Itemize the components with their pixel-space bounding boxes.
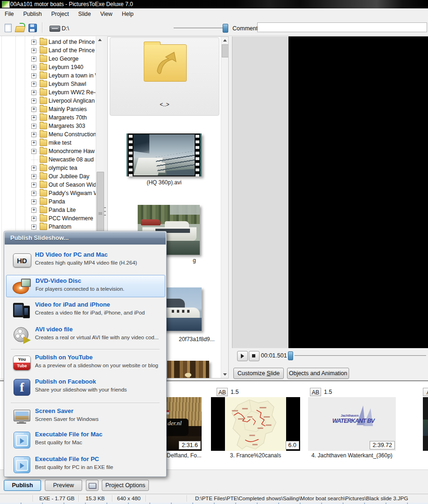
folder-icon [40,156,47,163]
transition-ab-button[interactable]: AB [217,388,228,396]
menu-help[interactable]: Help [117,8,138,20]
transition-ab-button[interactable]: AB [310,388,321,396]
customize-slide-button[interactable]: Customize Slide [233,368,284,379]
tree-item[interactable]: +Margarets 70th [0,113,95,122]
files-scroll-down-button[interactable] [222,371,228,378]
video-file-thumbnail[interactable] [126,133,202,176]
tree-item[interactable]: +Land of the Prince I [0,38,95,46]
expand-plus-icon[interactable]: + [31,65,36,70]
publish-option-desc: Creates a real or virtual AVI file with … [35,335,159,340]
tree-item[interactable]: +Land of the Prince I [0,46,95,55]
menu-separator [11,403,160,403]
tree-item[interactable]: +Leo George [0,55,95,63]
comment-input[interactable] [257,22,427,32]
seek-slider-track[interactable] [295,355,426,356]
parent-folder-item[interactable]: <..> [110,37,219,116]
drive-icon[interactable] [49,26,60,32]
publish-option-dvd[interactable]: DVD-Video DiscFor players connected to a… [6,275,165,297]
menu-slide[interactable]: Slide [74,8,96,20]
slide-thumbnail[interactable]: Jachthaven WATERKANT BV 2:39.72 [308,397,396,451]
tree-item[interactable]: +PCC Windermere [0,214,95,223]
file-panel-scrollbar[interactable] [221,37,229,378]
tree-item[interactable]: +Phantom [0,223,95,231]
tree-item[interactable]: +Panda Lite [0,206,95,214]
size-slider-track[interactable] [174,28,226,28]
play-button[interactable] [237,351,248,361]
files-scroll-up-button[interactable] [222,37,228,44]
tree-item[interactable]: +Menu Construction [0,130,95,139]
fullscreen-preview-button[interactable] [86,480,98,491]
open-project-icon[interactable] [15,26,26,32]
expand-plus-icon[interactable]: + [31,166,36,171]
files-scrollbar-thumb[interactable] [222,44,229,57]
publish-option-facebook[interactable]: fPublish on FacebookShare your slideshow… [6,376,165,399]
expand-plus-icon[interactable]: + [31,224,36,230]
toolbar: D:\ Comment [0,20,428,36]
transition-ab-button[interactable]: A [423,388,428,396]
title-bar[interactable]: 00Aa101 motor boats - PicturesToExe Delu… [0,0,428,8]
expand-plus-icon[interactable]: + [31,140,36,146]
tree-item[interactable]: +Out of Season Wide [0,181,95,189]
menu-view[interactable]: View [96,8,117,20]
publish-option-youtube[interactable]: YouTubePublish on YouTubeAs a preview of… [6,352,165,374]
publish-option-avi[interactable]: AVI video fileCreates a real or virtual … [6,324,165,346]
tree-item[interactable]: +mike test [0,139,95,147]
tree-item[interactable]: +Leyburn a town in W [0,71,95,80]
expand-plus-icon[interactable]: + [31,191,36,196]
expand-plus-icon[interactable]: + [31,107,36,112]
expand-plus-icon[interactable]: + [31,40,36,45]
expand-plus-icon[interactable]: + [31,56,36,62]
menu-publish[interactable]: Publish [19,8,47,20]
expand-plus-icon[interactable]: + [31,124,36,129]
expand-plus-icon[interactable]: + [31,132,36,137]
expand-plus-icon[interactable]: + [31,216,36,221]
expand-plus-icon[interactable]: + [31,98,36,104]
expand-plus-icon[interactable]: + [31,149,36,154]
publish-option-exe-pc[interactable]: Executable File for PCBest quality for P… [6,454,165,476]
project-options-button[interactable]: Project Options [102,480,149,491]
tree-item[interactable]: +Leyburn Shawl [0,80,95,88]
menu-project[interactable]: Project [47,8,74,20]
publish-option-exe-mac[interactable]: Executable File for MacBest quality for … [6,429,165,451]
tree-item[interactable]: +Panda [0,197,95,206]
publish-option-hd[interactable]: HDHD Video for PC and MacCreates high qu… [6,249,165,272]
folder-icon [40,81,47,87]
tree-item[interactable]: +Paddy's Wigwam W [0,189,95,197]
save-icon[interactable] [28,24,37,32]
tree-scroll-up-button[interactable] [97,36,103,43]
expand-plus-icon[interactable]: + [31,199,36,204]
menu-file[interactable]: File [0,8,19,20]
tree-item[interactable]: +olympic tea [0,164,95,172]
tree-item[interactable]: +Margarets 303 [0,122,95,130]
preview-button[interactable]: Preview [45,480,82,491]
slide-thumbnail[interactable]: 6.0 [211,397,300,451]
stop-button[interactable] [249,351,260,361]
publish-button[interactable]: Publish [4,480,41,491]
publish-option-ipad[interactable]: Video for iPad and iPhoneCreates a video… [6,299,165,322]
expand-plus-icon[interactable]: + [31,73,36,78]
drive-label[interactable]: D:\ [62,25,69,32]
tree-item[interactable]: +Leyburn 1940 [0,63,95,71]
publish-option-screensaver[interactable]: Screen SaverScreen Saver for Windows [6,406,165,428]
seek-slider-thumb[interactable] [288,351,293,360]
expand-plus-icon[interactable]: + [31,208,36,213]
expand-plus-icon[interactable]: + [31,115,36,120]
panel-splitter[interactable] [104,207,106,218]
tree-item[interactable]: Newcastle 08 aud [0,155,95,164]
new-project-icon[interactable] [5,24,12,32]
tree-item[interactable]: +Monochrome Haw [0,147,95,155]
tree-item[interactable]: +Leyburn WW2 Re-e [0,88,95,97]
expand-plus-icon[interactable]: + [31,90,36,95]
expand-plus-icon[interactable]: + [31,48,36,53]
objects-animation-button[interactable]: Objects and Animation [287,368,349,379]
tree-item[interactable]: +Our Jubilee Day [0,172,95,181]
size-slider-thumb[interactable] [223,24,228,33]
expand-plus-icon[interactable]: + [31,174,36,179]
expand-plus-icon[interactable]: + [31,82,36,87]
tree-item[interactable]: +Mainly Pansies [0,105,95,113]
folder-icon [40,215,47,222]
slide-thumbnail[interactable] [423,397,428,451]
expand-plus-icon[interactable]: + [31,182,36,188]
photo-thumbnail[interactable] [167,361,209,378]
tree-item[interactable]: +Liverpool Anglican [0,97,95,105]
